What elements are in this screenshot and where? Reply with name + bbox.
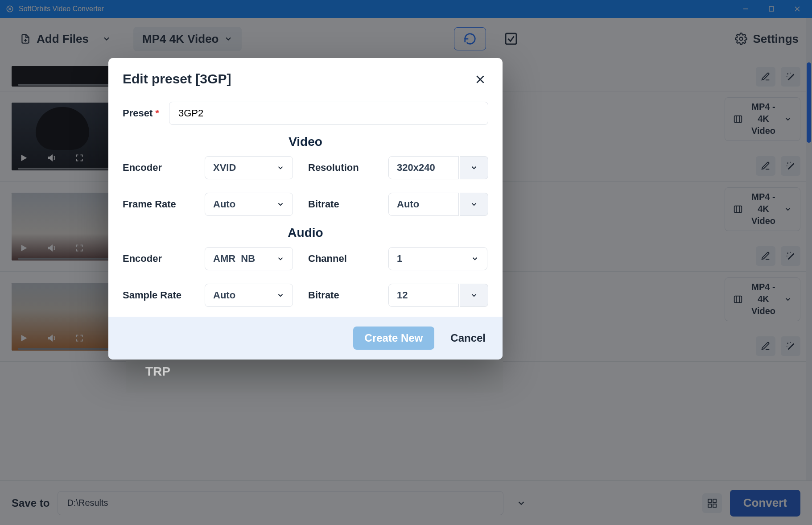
chevron-down-icon xyxy=(276,291,284,299)
video-resolution-label: Resolution xyxy=(293,162,388,174)
audio-samplerate-value: Auto xyxy=(213,289,235,301)
video-resolution-value: 320x240 xyxy=(397,162,435,174)
audio-bitrate-value: 12 xyxy=(397,289,408,301)
chevron-down-icon xyxy=(276,200,284,208)
preset-name-label: Preset* xyxy=(123,107,160,119)
create-new-button[interactable]: Create New xyxy=(353,327,435,350)
cancel-button[interactable]: Cancel xyxy=(450,332,486,344)
audio-channel-value: 1 xyxy=(397,253,402,265)
audio-encoder-select[interactable]: AMR_NB xyxy=(205,247,293,270)
video-encoder-select[interactable]: XVID xyxy=(205,156,293,179)
cancel-label: Cancel xyxy=(450,332,486,344)
audio-samplerate-select[interactable]: Auto xyxy=(205,284,293,307)
video-resolution-select[interactable]: 320x240 xyxy=(388,156,459,179)
audio-channel-label: Channel xyxy=(293,253,388,265)
chevron-down-icon xyxy=(471,255,479,263)
video-bitrate-label: Bitrate xyxy=(293,198,388,210)
video-framerate-select[interactable]: Auto xyxy=(205,193,293,216)
format-list-item[interactable]: TRP xyxy=(126,355,503,393)
audio-encoder-label: Encoder xyxy=(123,253,205,265)
create-new-label: Create New xyxy=(365,332,423,344)
chevron-down-icon xyxy=(276,255,284,263)
video-framerate-value: Auto xyxy=(213,198,235,210)
video-bitrate-expand-button[interactable] xyxy=(460,193,488,216)
format-list-item-label: TRP xyxy=(145,364,170,378)
video-bitrate-value: Auto xyxy=(397,198,419,210)
preset-name-input[interactable] xyxy=(169,102,488,125)
audio-bitrate-select[interactable]: 12 xyxy=(388,284,459,307)
audio-bitrate-label: Bitrate xyxy=(293,289,388,301)
chevron-down-icon xyxy=(276,164,284,172)
edit-preset-dialog: Edit preset [3GP] Preset* Video Encoder … xyxy=(108,58,503,360)
dialog-title: Edit preset [3GP] xyxy=(123,71,231,87)
audio-encoder-value: AMR_NB xyxy=(213,253,255,265)
audio-samplerate-label: Sample Rate xyxy=(123,289,205,301)
audio-bitrate-expand-button[interactable] xyxy=(460,284,488,307)
video-bitrate-select[interactable]: Auto xyxy=(388,193,459,216)
audio-channel-select[interactable]: 1 xyxy=(388,247,487,270)
video-encoder-value: XVID xyxy=(213,162,236,174)
audio-section-title: Audio xyxy=(123,226,488,240)
dialog-close-button[interactable] xyxy=(472,71,488,87)
video-section-title: Video xyxy=(123,135,488,149)
video-resolution-expand-button[interactable] xyxy=(460,156,488,179)
video-encoder-label: Encoder xyxy=(123,162,205,174)
video-framerate-label: Frame Rate xyxy=(123,198,205,210)
